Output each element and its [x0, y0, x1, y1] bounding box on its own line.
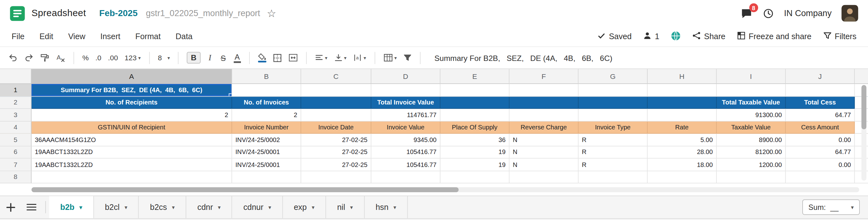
- share-button[interactable]: Share: [692, 32, 725, 42]
- cell-i3[interactable]: 91300.00: [717, 109, 786, 121]
- cell-j4[interactable]: Cess Amount: [786, 121, 855, 133]
- sheet-tab-b2cs[interactable]: b2cs▾: [139, 196, 186, 218]
- row-header-6[interactable]: 6: [0, 146, 32, 158]
- fill-color-button[interactable]: [258, 53, 266, 63]
- cell-g7[interactable]: R: [579, 158, 648, 171]
- sheet-tab-cdnr[interactable]: cdnr▾: [186, 196, 232, 218]
- cell-i6[interactable]: 81200.00: [717, 146, 786, 158]
- cell-i2[interactable]: Total Taxable Value: [717, 96, 786, 108]
- cell-h2[interactable]: [648, 96, 717, 108]
- cell-e1[interactable]: [440, 84, 509, 96]
- file-name[interactable]: gstr1_022025_monthly_report: [146, 8, 260, 18]
- column-header-e[interactable]: E: [440, 69, 509, 84]
- cell-j2[interactable]: Total Cess: [786, 96, 855, 108]
- cell-d7[interactable]: 105416.77: [371, 158, 440, 171]
- cell-c4[interactable]: Invoice Date: [301, 121, 371, 133]
- filters-button[interactable]: Filters: [823, 32, 857, 42]
- row-header-8[interactable]: 8: [0, 171, 32, 183]
- cell-f7[interactable]: N: [509, 158, 579, 171]
- cell-h3[interactable]: [648, 109, 717, 121]
- strikethrough-button[interactable]: S: [219, 53, 227, 62]
- cell-h8[interactable]: [648, 171, 717, 183]
- column-header-g[interactable]: G: [579, 69, 648, 84]
- cell-f6[interactable]: N: [509, 146, 579, 158]
- cell-d5[interactable]: 9345.00: [371, 134, 440, 146]
- column-header-b[interactable]: B: [232, 69, 301, 84]
- row-header-1[interactable]: 1: [0, 84, 32, 96]
- cell-a8[interactable]: [32, 171, 232, 183]
- vertical-scrollbar[interactable]: [861, 85, 866, 181]
- cell-e3[interactable]: [440, 109, 509, 121]
- toolbar-filter-icon[interactable]: [404, 54, 412, 62]
- sheet-tab-nil[interactable]: nil▾: [326, 196, 365, 218]
- cell-g6[interactable]: R: [579, 146, 648, 158]
- select-all-corner[interactable]: [0, 69, 32, 84]
- cell-i4[interactable]: Taxable Value: [717, 121, 786, 133]
- cell-j5[interactable]: 0.00: [786, 134, 855, 146]
- insert-table-dropdown[interactable]: ▾: [383, 54, 397, 62]
- publish-globe[interactable]: [671, 31, 681, 42]
- menu-insert[interactable]: Insert: [100, 32, 120, 41]
- favorite-star-icon[interactable]: ☆: [267, 8, 276, 18]
- formula-bar-content[interactable]: Summary For B2B, SEZ, DE (4A, 4B, 6B, 6C…: [434, 53, 613, 62]
- cell-e6[interactable]: 19: [440, 146, 509, 158]
- font-size-dropdown[interactable]: 8▾: [158, 54, 170, 62]
- italic-button[interactable]: I: [207, 53, 213, 62]
- cell-j8[interactable]: [786, 171, 855, 183]
- menu-edit[interactable]: Edit: [39, 32, 53, 41]
- cell-e4[interactable]: Place Of Supply: [440, 121, 509, 133]
- column-header-f[interactable]: F: [509, 69, 579, 84]
- cell-a1[interactable]: Summary For B2B, SEZ, DE (4A, 4B, 6B, 6C…: [32, 84, 232, 96]
- account-name[interactable]: IN Company: [784, 8, 832, 18]
- cell-f1[interactable]: [509, 84, 579, 96]
- cell-h1[interactable]: [648, 84, 717, 96]
- number-format-dropdown[interactable]: 123▾: [125, 54, 141, 62]
- cell-e2[interactable]: [440, 96, 509, 108]
- row-header-5[interactable]: 5: [0, 134, 32, 146]
- row-header-4[interactable]: 4: [0, 121, 32, 133]
- cell-c1[interactable]: [301, 84, 371, 96]
- redo-icon[interactable]: [24, 53, 34, 63]
- cell-g2[interactable]: [579, 96, 648, 108]
- cell-h5[interactable]: 5.00: [648, 134, 717, 146]
- cell-i5[interactable]: 8900.00: [717, 134, 786, 146]
- row-header-3[interactable]: 3: [0, 109, 32, 121]
- text-wrap-dropdown[interactable]: a▾: [353, 54, 366, 62]
- cell-f2[interactable]: [509, 96, 579, 108]
- borders-icon[interactable]: [273, 53, 282, 62]
- workbook-name-link[interactable]: Feb-2025: [99, 8, 137, 18]
- cell-i1[interactable]: [717, 84, 786, 96]
- cell-h6[interactable]: 28.00: [648, 146, 717, 158]
- menu-format[interactable]: Format: [135, 32, 160, 41]
- cell-b6[interactable]: INV/24-25/0001: [232, 146, 301, 158]
- format-painter-icon[interactable]: [40, 53, 49, 62]
- cell-g4[interactable]: Invoice Type: [579, 121, 648, 133]
- clear-format-icon[interactable]: A: [56, 53, 65, 63]
- cell-b7[interactable]: INV/24-25/0001: [232, 158, 301, 171]
- cell-a6[interactable]: 19AABCT1332L2ZD: [32, 146, 232, 158]
- cell-d2[interactable]: Total Invoice Value: [371, 96, 440, 108]
- cell-f3[interactable]: [509, 109, 579, 121]
- column-header-c[interactable]: C: [301, 69, 371, 84]
- cell-a7[interactable]: 19AABCT1332L2ZD: [32, 158, 232, 171]
- undo-icon[interactable]: [8, 53, 18, 63]
- cell-a2[interactable]: No. of Recipients: [32, 96, 232, 108]
- cell-g5[interactable]: R: [579, 134, 648, 146]
- vertical-align-dropdown[interactable]: ▾: [334, 54, 346, 62]
- cell-g8[interactable]: [579, 171, 648, 183]
- decrease-decimal-button[interactable]: .0: [95, 54, 101, 62]
- menu-file[interactable]: File: [12, 32, 25, 41]
- cell-b8[interactable]: [232, 171, 301, 183]
- cell-c3[interactable]: [301, 109, 371, 121]
- cell-i8[interactable]: [717, 171, 786, 183]
- cell-e7[interactable]: 19: [440, 158, 509, 171]
- add-sheet-button[interactable]: [0, 196, 21, 218]
- collaborators[interactable]: 1: [643, 32, 659, 42]
- cell-c7[interactable]: 27-02-25: [301, 158, 371, 171]
- cell-b3[interactable]: 2: [232, 109, 301, 121]
- cell-a5[interactable]: 36AAACM4154G1ZO: [32, 134, 232, 146]
- column-header-a[interactable]: A: [32, 69, 232, 84]
- column-header-j[interactable]: J: [786, 69, 855, 84]
- sheet-tab-b2cl[interactable]: b2cl▾: [94, 196, 139, 218]
- cell-c6[interactable]: 27-02-25: [301, 146, 371, 158]
